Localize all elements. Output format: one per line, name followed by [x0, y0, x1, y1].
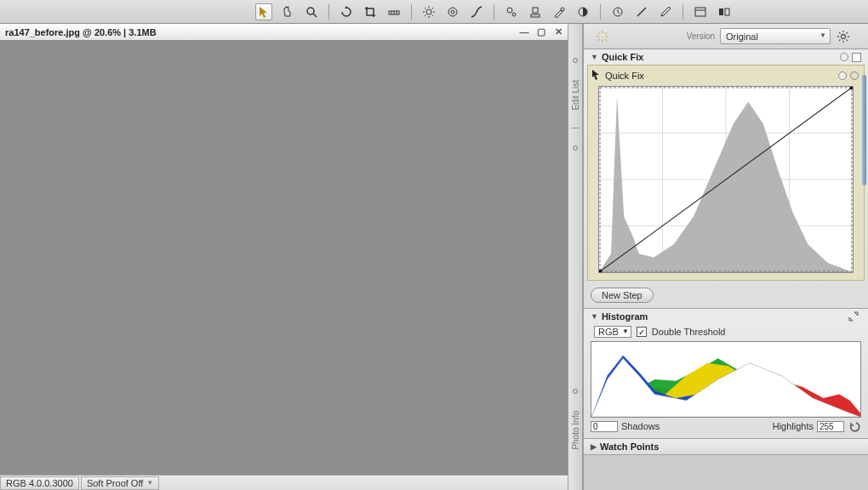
- busy-icon: [596, 30, 609, 43]
- status-soft-proof[interactable]: Soft Proof Off▼: [81, 476, 159, 490]
- svg-point-17: [507, 8, 512, 13]
- histogram-header[interactable]: ▼ Histogram: [584, 309, 868, 324]
- target-tool-icon[interactable]: [444, 3, 461, 20]
- auto-tool-icon[interactable]: [503, 3, 520, 20]
- stamp-tool-icon[interactable]: [527, 3, 544, 20]
- svg-line-11: [425, 8, 426, 9]
- toolbar-separator: [682, 4, 683, 20]
- quick-fix-header[interactable]: ▼ Quick Fix: [584, 49, 868, 65]
- svg-point-21: [561, 8, 564, 11]
- svg-line-14: [432, 8, 434, 9]
- rotate-tool-icon[interactable]: [338, 3, 355, 20]
- svg-rect-19: [533, 8, 538, 13]
- svg-rect-28: [725, 9, 729, 15]
- eyedropper-tool-icon[interactable]: [657, 3, 674, 20]
- new-step-button[interactable]: New Step: [591, 288, 654, 303]
- gear-icon[interactable]: [836, 29, 851, 44]
- svg-point-18: [512, 13, 516, 16]
- disclosure-right-icon: ▶: [591, 442, 597, 451]
- svg-rect-25: [695, 8, 705, 16]
- svg-line-13: [425, 14, 426, 16]
- toolbar-separator: [328, 4, 329, 20]
- document-area: ra147_before.jpg @ 20.6% | 3.1MB — ▢ ✕ R…: [0, 24, 568, 490]
- panel-title: Watch Points: [600, 442, 659, 452]
- highlights-input[interactable]: 255: [817, 421, 844, 432]
- step-toggle-icon[interactable]: [850, 71, 859, 80]
- toolbar-separator: [494, 4, 494, 20]
- straighten-tool-icon[interactable]: [385, 3, 403, 20]
- status-bar: RGB 4.0.0.3000 Soft Proof Off▼: [0, 475, 568, 490]
- svg-point-6: [426, 9, 431, 14]
- double-threshold-checkbox[interactable]: ✓: [637, 327, 647, 337]
- shadows-label: Shadows: [621, 421, 660, 431]
- pointer-tool-icon[interactable]: [255, 3, 272, 20]
- version-bar: Version Original: [584, 24, 868, 49]
- side-tab-bullet: [573, 58, 578, 63]
- line-tool-icon[interactable]: [633, 3, 650, 20]
- document-titlebar: ra147_before.jpg @ 20.6% | 3.1MB — ▢ ✕: [0, 24, 568, 41]
- histogram-panel: ▼ Histogram RGB ✓ Double Threshold: [584, 309, 868, 439]
- svg-point-15: [448, 8, 457, 16]
- status-rgb: RGB 4.0.0.3000: [0, 476, 79, 490]
- disclosure-down-icon: ▼: [591, 53, 598, 61]
- cursor-icon: [591, 69, 602, 83]
- quick-fix-step-header[interactable]: Quick Fix: [590, 67, 862, 86]
- svg-line-44: [839, 39, 841, 41]
- crop-tool-icon[interactable]: [362, 3, 379, 20]
- version-select[interactable]: Original: [720, 28, 831, 44]
- scrollbar[interactable]: [862, 75, 866, 185]
- maximize-icon[interactable]: ▢: [535, 26, 547, 38]
- histogram-plot[interactable]: [591, 341, 861, 418]
- svg-rect-55: [599, 270, 602, 272]
- panel-toggle-icon[interactable]: [840, 53, 848, 61]
- svg-line-43: [847, 39, 848, 41]
- side-tab-edit-list[interactable]: Edit List: [571, 80, 580, 111]
- histogram-range-row: 0 Shadows Highlights 255: [591, 418, 861, 433]
- svg-rect-20: [531, 14, 540, 17]
- step-title: Quick Fix: [605, 71, 644, 81]
- version-label: Version: [687, 31, 715, 41]
- double-threshold-label: Double Threshold: [652, 327, 726, 337]
- watch-points-header[interactable]: ▶ Watch Points: [584, 439, 868, 454]
- quick-fix-body: Quick Fix: [587, 65, 865, 281]
- window-tool-icon[interactable]: [692, 3, 709, 20]
- minimize-icon[interactable]: —: [518, 26, 530, 38]
- panel-box-icon[interactable]: [852, 53, 861, 62]
- shadows-input[interactable]: 0: [591, 421, 618, 432]
- highlights-label: Highlights: [773, 421, 814, 431]
- brush-tool-icon[interactable]: [551, 3, 568, 20]
- histogram-controls: RGB ✓ Double Threshold: [591, 326, 861, 341]
- svg-line-42: [839, 32, 841, 34]
- history-tool-icon[interactable]: [609, 3, 626, 20]
- undo-icon[interactable]: [848, 419, 861, 433]
- compare-tool-icon[interactable]: [716, 3, 733, 20]
- curves-tool-icon[interactable]: [468, 3, 485, 20]
- svg-rect-56: [850, 87, 853, 89]
- close-icon[interactable]: ✕: [552, 26, 564, 38]
- color-tool-icon[interactable]: [574, 3, 591, 20]
- curves-plot[interactable]: [598, 86, 854, 273]
- svg-line-36: [605, 32, 607, 34]
- hand-tool-icon[interactable]: [279, 3, 296, 20]
- side-tab-photo-info[interactable]: Photo Info: [571, 411, 580, 450]
- channel-select[interactable]: RGB: [594, 326, 631, 338]
- zoom-tool-icon[interactable]: [303, 3, 320, 20]
- step-toggle-icon[interactable]: [838, 71, 847, 80]
- side-tab-bullet: [573, 389, 578, 394]
- svg-line-34: [605, 39, 607, 41]
- document-title: ra147_before.jpg @ 20.6% | 3.1MB: [5, 27, 157, 37]
- svg-point-16: [451, 10, 454, 14]
- svg-line-35: [598, 39, 600, 41]
- toolbar-separator: [411, 4, 412, 20]
- canvas[interactable]: [0, 41, 568, 475]
- svg-point-37: [842, 34, 846, 38]
- svg-rect-27: [719, 9, 723, 15]
- panel-title: Quick Fix: [602, 52, 644, 62]
- panel-title: Histogram: [602, 311, 648, 322]
- exposure-tool-icon[interactable]: [420, 3, 437, 20]
- svg-line-1: [313, 14, 317, 17]
- expand-icon[interactable]: [846, 309, 861, 324]
- disclosure-down-icon: ▼: [591, 312, 598, 321]
- svg-line-24: [637, 8, 646, 16]
- svg-point-0: [307, 8, 314, 14]
